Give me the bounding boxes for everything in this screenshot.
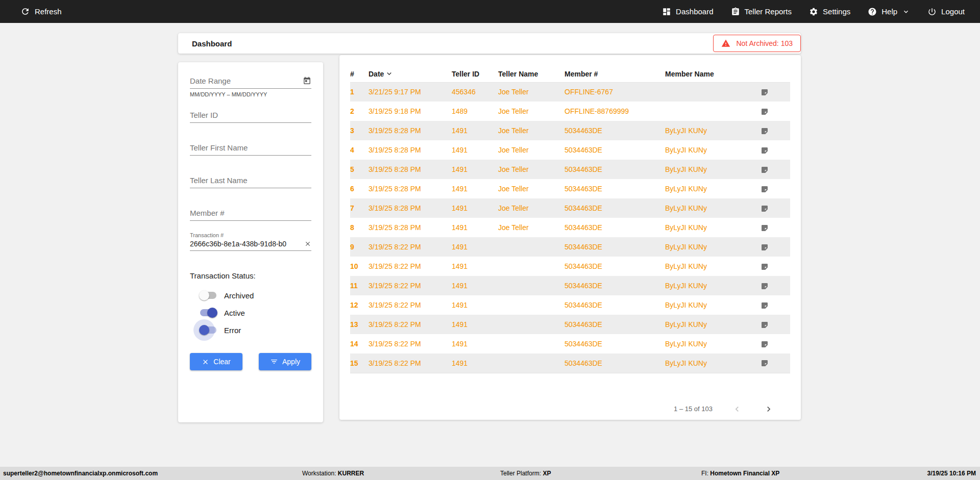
cell-teller-id: 1491 — [452, 218, 498, 237]
transaction-clear-icon[interactable] — [304, 240, 311, 247]
column-header-member-name[interactable]: Member Name — [665, 66, 760, 82]
nav-teller-reports-label: Teller Reports — [745, 7, 792, 16]
cell-member-name — [665, 102, 760, 121]
note-icon[interactable] — [760, 166, 769, 174]
cell-row-number: 14 — [350, 334, 369, 353]
teller-id-input[interactable] — [190, 109, 311, 123]
cell-member-number: 5034463DE — [565, 276, 665, 295]
column-header-date[interactable]: Date — [369, 66, 452, 82]
cell-member-name: ByLyJI KUNy — [665, 160, 760, 179]
archived-toggle[interactable] — [199, 290, 217, 300]
active-toggle[interactable] — [199, 308, 217, 318]
error-toggle[interactable] — [199, 325, 217, 335]
cell-teller-name — [498, 334, 565, 353]
note-icon[interactable] — [760, 127, 769, 135]
cell-row-number: 1 — [350, 82, 369, 102]
next-page-button[interactable] — [762, 402, 776, 416]
cell-teller-name — [498, 295, 565, 315]
cell-date: 3/19/25 8:28 PM — [369, 121, 452, 140]
refresh-button[interactable]: Refresh — [18, 4, 64, 19]
transactions-body: 1 3/21/25 9:17 PM 456346 Joe Teller OFFL… — [350, 82, 790, 373]
table-row[interactable]: 2 3/19/25 9:18 PM 1489 Joe Teller OFFLIN… — [350, 102, 790, 121]
note-icon[interactable] — [760, 205, 769, 213]
column-header-member-number[interactable]: Member # — [565, 66, 665, 82]
cell-row-number: 15 — [350, 353, 369, 373]
note-icon[interactable] — [760, 146, 769, 155]
table-row[interactable]: 6 3/19/25 8:28 PM 1491 Joe Teller 503446… — [350, 179, 790, 198]
cell-teller-id: 1491 — [452, 276, 498, 295]
nav-help[interactable]: Help — [866, 4, 912, 19]
column-header-teller-name[interactable]: Teller Name — [498, 66, 565, 82]
note-icon[interactable] — [760, 88, 769, 96]
table-row[interactable]: 8 3/19/25 8:28 PM 1491 Joe Teller 503446… — [350, 218, 790, 237]
teller-first-name-input[interactable] — [190, 141, 311, 156]
apply-button[interactable]: Apply — [259, 353, 311, 370]
table-row[interactable]: 4 3/19/25 8:28 PM 1491 Joe Teller 503446… — [350, 140, 790, 160]
column-header-teller-id[interactable]: Teller ID — [452, 66, 498, 82]
nav-help-label: Help — [881, 7, 897, 16]
calendar-icon[interactable] — [303, 77, 311, 87]
dashboard-grid-icon — [662, 7, 671, 16]
teller-platform-label: Teller Platform: — [500, 470, 541, 477]
transaction-number-label: Transaction # — [190, 232, 311, 238]
table-row[interactable]: 10 3/19/25 8:22 PM 1491 5034463DE ByLyJI… — [350, 257, 790, 276]
cell-member-name: ByLyJI KUNy — [665, 140, 760, 160]
cell-member-number: OFFLINE-6767 — [565, 82, 665, 102]
table-row[interactable]: 1 3/21/25 9:17 PM 456346 Joe Teller OFFL… — [350, 82, 790, 102]
member-number-input[interactable] — [190, 207, 311, 221]
refresh-label: Refresh — [35, 7, 62, 16]
cell-member-number: 5034463DE — [565, 315, 665, 334]
nav-teller-reports[interactable]: Teller Reports — [729, 4, 794, 19]
clear-button[interactable]: Clear — [190, 353, 242, 370]
teller-last-name-field — [190, 174, 311, 188]
table-row[interactable]: 9 3/19/25 8:22 PM 1491 5034463DE ByLyJI … — [350, 237, 790, 257]
cell-teller-name — [498, 276, 565, 295]
active-toggle-label: Active — [224, 309, 245, 317]
help-icon — [868, 7, 877, 16]
cell-date: 3/19/25 8:28 PM — [369, 179, 452, 198]
note-icon[interactable] — [760, 243, 769, 251]
cell-member-name: ByLyJI KUNy — [665, 334, 760, 353]
table-row[interactable]: 15 3/19/25 8:22 PM 1491 5034463DE ByLyJI… — [350, 353, 790, 373]
note-icon[interactable] — [760, 359, 769, 367]
cell-member-name: ByLyJI KUNy — [665, 257, 760, 276]
table-header-row: # Date Teller ID Teller Name — [350, 66, 790, 82]
previous-page-button[interactable] — [730, 402, 744, 416]
nav-settings[interactable]: Settings — [807, 4, 852, 19]
note-icon[interactable] — [760, 224, 769, 232]
transaction-number-value[interactable]: 2666c36b-8e1a-438b-91d8-b0 — [190, 240, 286, 248]
cell-row-number: 8 — [350, 218, 369, 237]
table-row[interactable]: 5 3/19/25 8:28 PM 1491 Joe Teller 503446… — [350, 160, 790, 179]
cell-teller-id: 1491 — [452, 315, 498, 334]
table-row[interactable]: 11 3/19/25 8:22 PM 1491 5034463DE ByLyJI… — [350, 276, 790, 295]
chevron-down-icon — [902, 8, 910, 16]
teller-last-name-input[interactable] — [190, 174, 311, 188]
cell-teller-name: Joe Teller — [498, 218, 565, 237]
cell-date: 3/19/25 8:28 PM — [369, 198, 452, 218]
error-toggle-label: Error — [224, 326, 241, 335]
cell-teller-id: 1489 — [452, 102, 498, 121]
note-icon[interactable] — [760, 108, 769, 116]
teller-platform-value: XP — [543, 470, 551, 477]
cell-date: 3/19/25 8:22 PM — [369, 353, 452, 373]
nav-logout[interactable]: Logout — [925, 4, 967, 19]
cell-teller-id: 1491 — [452, 353, 498, 373]
cell-date: 3/19/25 8:22 PM — [369, 257, 452, 276]
column-header-number[interactable]: # — [350, 66, 369, 82]
table-row[interactable]: 13 3/19/25 8:22 PM 1491 5034463DE ByLyJI… — [350, 315, 790, 334]
note-icon[interactable] — [760, 340, 769, 348]
table-row[interactable]: 14 3/19/25 8:22 PM 1491 5034463DE ByLyJI… — [350, 334, 790, 353]
clear-button-label: Clear — [213, 358, 230, 366]
table-row[interactable]: 7 3/19/25 8:28 PM 1491 Joe Teller 503446… — [350, 198, 790, 218]
note-icon[interactable] — [760, 282, 769, 290]
table-row[interactable]: 3 3/19/25 8:28 PM 1491 Joe Teller 503446… — [350, 121, 790, 140]
note-icon[interactable] — [760, 185, 769, 193]
not-archived-badge[interactable]: Not Archived: 103 — [713, 35, 801, 52]
date-range-input[interactable] — [190, 74, 311, 89]
note-icon[interactable] — [760, 263, 769, 271]
note-icon[interactable] — [760, 321, 769, 329]
table-row[interactable]: 12 3/19/25 8:22 PM 1491 5034463DE ByLyJI… — [350, 295, 790, 315]
note-icon[interactable] — [760, 301, 769, 310]
cell-teller-name: Joe Teller — [498, 140, 565, 160]
nav-dashboard[interactable]: Dashboard — [660, 4, 715, 19]
